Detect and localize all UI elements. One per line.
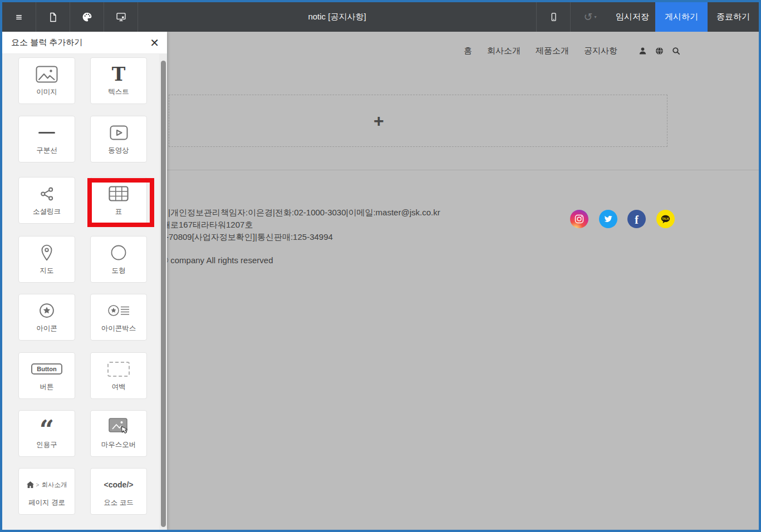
site-nav: 홈 회사소개 제품소개 공지사항 bbox=[464, 46, 681, 56]
panel-item-text[interactable]: T 텍스트 bbox=[90, 57, 147, 104]
panel-item-quote[interactable]: “ 인용구 bbox=[18, 410, 75, 457]
page-title: notic [공지사항] bbox=[138, 2, 536, 32]
chevron-down-icon: ▾ bbox=[594, 14, 596, 19]
element-block-panel: 요소 블럭 추가하기 ✕ 이미지 T 텍스트 구분선 동영상 소셜링크 표 bbox=[2, 32, 167, 530]
panel-item-divider[interactable]: 구분선 bbox=[18, 116, 75, 162]
design-button[interactable] bbox=[70, 2, 104, 32]
panel-item-shape[interactable]: 도형 bbox=[90, 236, 147, 283]
publish-button[interactable]: 게시하기 bbox=[655, 2, 708, 32]
panel-item-icon[interactable]: 아이콘 bbox=[18, 294, 75, 341]
site-logo-partial: l bbox=[167, 43, 168, 63]
panel-item-table[interactable]: 표 bbox=[90, 177, 147, 224]
panel-item-spacer[interactable]: 여백 bbox=[90, 352, 147, 399]
page-button[interactable] bbox=[36, 2, 70, 32]
exit-button[interactable]: 종료하기 bbox=[708, 2, 759, 32]
device-preview-button[interactable] bbox=[104, 2, 138, 32]
undo-button[interactable]: ↺▾ bbox=[571, 2, 610, 32]
menu-button[interactable] bbox=[2, 2, 36, 32]
button-icon: Button bbox=[31, 359, 62, 378]
panel-item-code[interactable]: <code/> 요소 코드 bbox=[90, 468, 147, 515]
smartphone-icon bbox=[548, 12, 559, 22]
user-icon[interactable] bbox=[638, 46, 647, 56]
video-icon bbox=[110, 123, 128, 142]
panel-item-breadcrumb[interactable]: > 회사소개 페이지 경로 bbox=[18, 468, 75, 515]
shape-icon bbox=[110, 243, 127, 262]
footer-business-line: -70809[사업자정보확인]|통신판매:125-34994 bbox=[167, 232, 333, 243]
panel-item-social-link[interactable]: 소셜링크 bbox=[18, 177, 75, 224]
panel-scrollbar-track bbox=[159, 54, 167, 530]
panel-title: 요소 블럭 추가하기 bbox=[11, 37, 150, 48]
panel-header: 요소 블럭 추가하기 ✕ bbox=[2, 32, 167, 54]
nav-item-notice[interactable]: 공지사항 bbox=[584, 46, 617, 56]
code-icon: <code/> bbox=[104, 475, 134, 494]
panel-item-video[interactable]: 동영상 bbox=[90, 116, 147, 162]
panel-scrollbar-thumb[interactable] bbox=[161, 61, 166, 527]
kakaotalk-icon[interactable]: TALK bbox=[656, 210, 675, 228]
footer-divider bbox=[167, 170, 759, 170]
nav-item-products[interactable]: 제품소개 bbox=[536, 46, 569, 56]
panel-item-icon-box[interactable]: 아이콘박스 bbox=[90, 294, 147, 341]
image-icon bbox=[36, 65, 58, 83]
breadcrumb-icon: > 회사소개 bbox=[27, 475, 67, 494]
undo-icon: ↺ bbox=[584, 12, 593, 22]
table-icon bbox=[109, 184, 129, 203]
facebook-icon[interactable]: f bbox=[627, 210, 646, 228]
text-icon: T bbox=[112, 65, 126, 83]
footer-info-line: |개인정보관리책임자:이은경|전화:02-1000-3030|이메일:maste… bbox=[168, 208, 440, 218]
temp-save-button[interactable]: 임시저장 bbox=[610, 2, 655, 32]
panel-item-mouseover[interactable]: 마우스오버 bbox=[90, 410, 147, 457]
panel-item-map[interactable]: 지도 bbox=[18, 236, 75, 283]
map-pin-icon bbox=[40, 243, 54, 262]
mouseover-icon bbox=[108, 417, 129, 436]
page-canvas: l 홈 회사소개 제품소개 공지사항 + |개인정보관리책임자:이은경|전화:0… bbox=[167, 32, 759, 530]
icon-box-icon bbox=[107, 301, 130, 320]
spacer-icon bbox=[107, 359, 130, 378]
home-icon bbox=[27, 481, 34, 488]
globe-icon[interactable] bbox=[655, 46, 664, 56]
add-section-dropzone[interactable] bbox=[169, 95, 667, 147]
document-icon bbox=[47, 12, 58, 23]
instagram-icon[interactable] bbox=[570, 210, 588, 228]
plus-icon: + bbox=[374, 111, 384, 131]
panel-item-button[interactable]: Button 버튼 bbox=[18, 352, 75, 399]
footer-address-line: 래로167태라타워1207호 bbox=[167, 220, 253, 230]
mobile-preview-button[interactable] bbox=[537, 2, 570, 32]
editor-window: notic [공지사항] ↺▾ 임시저장 게시하기 종료하기 l 홈 회사소개 … bbox=[0, 0, 761, 532]
hamburger-icon bbox=[13, 12, 24, 23]
search-icon[interactable] bbox=[671, 46, 681, 56]
nav-item-home[interactable]: 홈 bbox=[464, 46, 472, 56]
nav-item-about[interactable]: 회사소개 bbox=[487, 46, 521, 56]
palette-icon bbox=[81, 11, 93, 23]
topbar: notic [공지사항] ↺▾ 임시저장 게시하기 종료하기 bbox=[2, 2, 759, 32]
quote-icon: “ bbox=[40, 417, 54, 436]
close-icon[interactable]: ✕ bbox=[150, 37, 159, 48]
svg-text:TALK: TALK bbox=[662, 218, 669, 220]
panel-item-image[interactable]: 이미지 bbox=[18, 57, 75, 104]
star-circle-icon bbox=[38, 301, 55, 320]
divider-icon bbox=[38, 123, 55, 142]
social-link-icon bbox=[39, 184, 55, 203]
monitor-icon bbox=[115, 11, 127, 23]
twitter-icon[interactable] bbox=[599, 210, 617, 228]
footer-copyright: © company All rights reserved bbox=[167, 255, 273, 265]
